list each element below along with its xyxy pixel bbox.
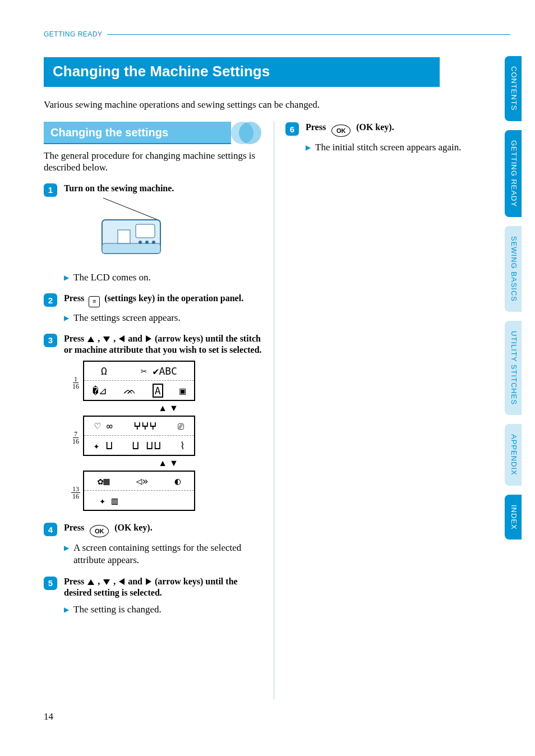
side-nav-tabs: CONTENTS GETTING READY SEWING BASICS UTI… (505, 56, 522, 540)
left-arrow-icon (119, 578, 124, 585)
svg-rect-3 (118, 230, 130, 243)
result-arrow-icon: ▶ (64, 274, 69, 283)
step-6-head: Press OK (OK key). (306, 122, 394, 132)
step-3-head: Press , , and (arrow keys) until the sti… (64, 334, 262, 355)
sewing-machine-icon (86, 195, 182, 262)
tab-sewing-basics[interactable]: SEWING BASICS (505, 226, 522, 312)
tab-utility-stitches[interactable]: UTILITY STITCHES (505, 321, 522, 415)
step-6-result: ▶ The initial stitch screen appears agai… (306, 141, 496, 154)
subheading-bar: Changing the settings (44, 122, 231, 144)
step-2-head: Press (settings key) in the operation pa… (64, 293, 243, 303)
step-badge: 3 (44, 334, 57, 347)
result-arrow-icon: ▶ (64, 314, 69, 323)
step-badge: 4 (44, 523, 57, 536)
step-badge: 6 (285, 122, 299, 136)
lcd-page-2-fraction: 716 (71, 431, 81, 445)
tab-getting-ready[interactable]: GETTING READY (505, 130, 522, 217)
step-2: 2 Press (settings key) in the operation … (44, 293, 266, 307)
result-arrow-icon: ▶ (306, 144, 311, 153)
page-title: Changing the Machine Settings (53, 63, 270, 80)
svg-rect-2 (102, 243, 160, 253)
page-title-bar: Changing the Machine Settings (44, 57, 440, 87)
tab-index[interactable]: INDEX (505, 495, 522, 540)
step-5-head: Press , , and (arrow keys) until the des… (64, 577, 238, 598)
step-4-result: ▶ A screen containing settings for the s… (64, 542, 266, 566)
step-5-result: ▶ The setting is changed. (64, 603, 266, 616)
step-5: 5 Press , , and (arrow keys) until the d… (44, 576, 266, 600)
svg-rect-4 (136, 224, 155, 238)
up-arrow-icon (87, 336, 94, 342)
lcd-screen-1: Ω✂ ✔ABC �⊿ᨏA▣ (83, 361, 195, 401)
lcd-page-1-fraction: 116 (71, 376, 81, 390)
page-number: 14 (44, 711, 53, 722)
step-1: 1 Turn on the sewing machine. (44, 183, 266, 268)
ok-key-icon: OK (90, 525, 109, 537)
step-1-result: ▶ The LCD comes on. (64, 271, 266, 284)
svg-point-5 (139, 241, 142, 244)
step-4: 4 Press OK (OK key). (44, 522, 266, 537)
tab-appendix[interactable]: APPENDIX (505, 424, 522, 486)
right-arrow-icon (146, 578, 151, 585)
tab-contents[interactable]: CONTENTS (505, 56, 522, 121)
nav-arrows-icon: ▲ ▼ (71, 403, 266, 413)
section-label: GETTING READY (44, 30, 103, 38)
step-badge: 5 (44, 577, 57, 590)
nav-arrows-icon: ▲ ▼ (71, 458, 266, 468)
lcd-screen-2: ♡ ∞ⵖⵖⵖ⎚ ✦ ⵡⵡ ⵡⵡ⌇ (83, 416, 195, 456)
svg-point-6 (145, 241, 149, 244)
intro-text: Various sewing machine operations and se… (44, 99, 481, 110)
step-2-result: ▶ The settings screen appears. (64, 312, 266, 324)
step-badge: 2 (44, 293, 57, 307)
ok-key-icon: OK (331, 125, 350, 137)
down-arrow-icon (103, 336, 110, 342)
up-arrow-icon (87, 579, 94, 585)
header-rule (107, 34, 510, 35)
right-column: 6 Press OK (OK key). ▶ The initial stitc… (274, 122, 496, 699)
step-1-head: Turn on the sewing machine. (64, 183, 174, 193)
lcd-screens-illustration: 116 Ω✂ ✔ABC �⊿ᨏA▣ ▲ ▼ 716 ♡ ∞ⵖⵖⵖ⎚ ✦ ⵡⵡ ⵡ… (71, 361, 266, 514)
result-arrow-icon: ▶ (64, 606, 69, 615)
svg-line-0 (103, 198, 159, 220)
subheading: Changing the settings (50, 126, 168, 139)
lcd-screen-3: ✿▦◁»◐ ✦ ▥ (83, 471, 195, 511)
step-3: 3 Press , , and (arrow keys) until the s… (44, 333, 266, 357)
settings-key-icon (89, 296, 100, 307)
left-arrow-icon (119, 335, 124, 342)
step-6: 6 Press OK (OK key). (285, 122, 496, 137)
step-4-head: Press OK (OK key). (64, 523, 153, 532)
right-arrow-icon (146, 335, 151, 342)
left-column: Changing the settings The general proced… (44, 122, 266, 699)
step-badge: 1 (44, 183, 57, 197)
swoosh-decoration-icon (231, 122, 261, 144)
result-arrow-icon: ▶ (64, 544, 69, 553)
down-arrow-icon (103, 579, 110, 585)
svg-point-7 (152, 241, 155, 244)
lcd-page-3-fraction: 1316 (71, 486, 81, 500)
section-header: GETTING READY (44, 30, 510, 38)
subintro-text: The general procedure for changing machi… (44, 150, 266, 174)
